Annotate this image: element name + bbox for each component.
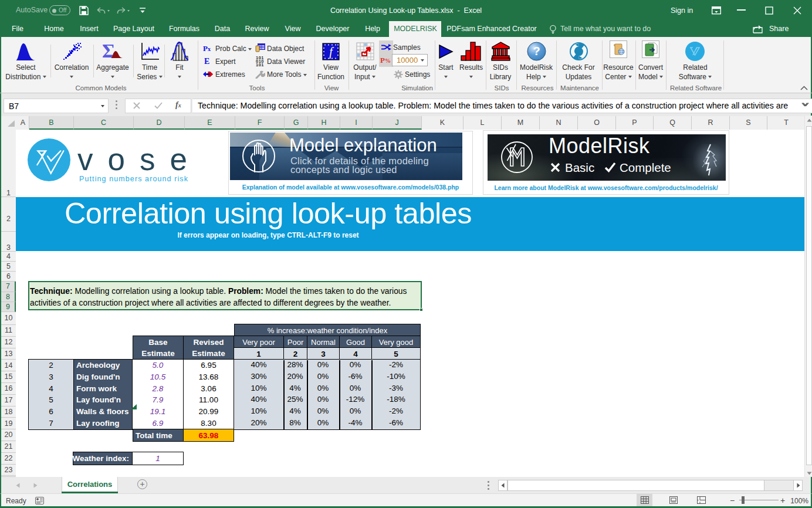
svg-text:?: ? [533,45,540,57]
